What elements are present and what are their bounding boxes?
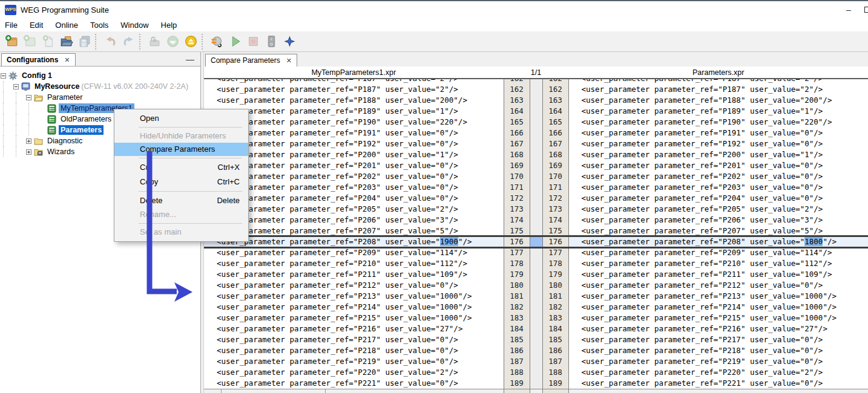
left-code-line[interactable]: <user_parameter parameter_ref="P208" use… [204,236,504,247]
close-icon[interactable]: ✕ [64,56,70,64]
left-code-line[interactable]: <user_parameter parameter_ref="P215" use… [204,313,504,323]
right-code-line[interactable]: <user_parameter parameter_ref="P202" use… [569,171,868,182]
code-row[interactable]: <user_parameter parameter_ref="P201" use… [204,160,868,171]
right-code-line[interactable]: <user_parameter parameter_ref="P211" use… [569,269,868,280]
left-code-line[interactable]: <user_parameter parameter_ref="P219" use… [204,356,504,367]
left-code-line[interactable]: <user_parameter parameter_ref="P205" use… [204,204,504,215]
left-code-line[interactable]: <user_parameter parameter_ref="P202" use… [204,171,504,182]
code-row[interactable]: <user_parameter parameter_ref="P203" use… [204,182,868,193]
left-code-line[interactable]: <user_parameter parameter_ref="P210" use… [204,258,504,269]
right-code-line[interactable]: <user_parameter parameter_ref="P210" use… [569,258,868,269]
open-button[interactable] [57,33,75,50]
menu-window[interactable]: Window [114,19,154,31]
code-row[interactable]: <user_parameter parameter_ref="P192" use… [204,138,868,149]
code-row[interactable]: <user_parameter parameter_ref="P205" use… [204,204,868,215]
code-row[interactable]: <user_parameter parameter_ref="P213" use… [204,291,868,302]
right-code-line[interactable]: <user_parameter parameter_ref="P220" use… [569,367,868,378]
right-code-line[interactable]: <user_parameter parameter_ref="P203" use… [569,182,868,193]
menu-item-delete[interactable]: DeleteDelete [114,193,248,208]
new-project-button[interactable] [2,33,21,50]
right-code-line[interactable]: <user_parameter parameter_ref="P189" use… [569,106,868,117]
code-row[interactable]: <user_parameter parameter_ref="P220" use… [204,367,868,378]
left-code-line[interactable]: <user_parameter parameter_ref="P217" use… [204,334,504,345]
menu-help[interactable]: Help [155,19,183,31]
right-code-line[interactable]: <user_parameter parameter_ref="P215" use… [569,313,868,323]
right-code-line[interactable]: <user_parameter parameter_ref="P187" use… [569,84,868,95]
right-code-line[interactable]: <user_parameter parameter_ref="P191" use… [569,128,868,138]
right-code-line[interactable]: <user_parameter parameter_ref="P188" use… [569,95,868,106]
left-code-line[interactable]: <user_parameter parameter_ref="P190" use… [204,117,504,128]
code-row[interactable]: <user_parameter parameter_ref="P214" use… [204,302,868,313]
left-code-line[interactable]: <user_parameter parameter_ref="P221" use… [204,378,504,389]
right-code-line[interactable]: <user_parameter parameter_ref="P213" use… [569,291,868,302]
right-code-line[interactable]: <user_parameter parameter_ref="P205" use… [569,204,868,215]
menu-file[interactable]: File [5,19,24,31]
menu-tools[interactable]: Tools [84,19,114,31]
connect-button[interactable] [208,33,226,50]
expand-toggle-icon[interactable]: + [26,149,31,155]
tree-item-myresource[interactable]: −MyResource (CFW-11 v6.0X 200-240V 2-2A) [0,81,200,92]
left-code-line[interactable]: <user_parameter parameter_ref="P206" use… [204,215,504,226]
left-code-line[interactable]: <user_parameter parameter_ref="P216" use… [204,323,504,334]
right-code-line[interactable]: <user_parameter parameter_ref="P221" use… [569,378,868,389]
right-code-line[interactable]: <user_parameter parameter_ref="P212" use… [569,280,868,291]
diff-row[interactable]: <user_parameter parameter_ref="P208" use… [204,236,868,247]
left-code-line[interactable]: <user_parameter parameter_ref="P209" use… [204,247,504,258]
collapse-panel-icon[interactable]: — [186,54,194,64]
code-row[interactable]: <user_parameter parameter_ref="P210" use… [204,258,868,269]
code-row[interactable]: <user_parameter parameter_ref="P218" use… [204,345,868,356]
right-code-line[interactable]: <user_parameter parameter_ref="P209" use… [569,247,868,258]
code-row[interactable]: <user_parameter parameter_ref="P190" use… [204,117,868,128]
right-code-line[interactable]: <user_parameter parameter_ref="P190" use… [569,117,868,128]
right-code-line[interactable]: <user_parameter parameter_ref="P216" use… [569,323,868,334]
right-code-line[interactable]: <user_parameter parameter_ref="P219" use… [569,356,868,367]
menu-edit[interactable]: Edit [24,19,49,31]
code-row[interactable]: <user_parameter parameter_ref="P211" use… [204,269,868,280]
menu-item-compare-parameters[interactable]: Compare Parameters [114,143,248,156]
collapse-toggle-icon[interactable]: − [26,95,31,100]
left-code-line[interactable]: <user_parameter parameter_ref="P204" use… [204,193,504,204]
code-row[interactable]: <user_parameter parameter_ref="P191" use… [204,128,868,138]
left-code-line[interactable]: <user_parameter parameter_ref="P188" use… [204,95,504,106]
left-code-line[interactable]: <user_parameter parameter_ref="P213" use… [204,291,504,302]
left-code-line[interactable]: <user_parameter parameter_ref="P200" use… [204,149,504,160]
tree-item-config-1[interactable]: −Config 1 [0,70,200,81]
left-code-line[interactable]: <user_parameter parameter_ref="P187" use… [204,84,504,95]
code-row[interactable]: <user_parameter parameter_ref="P187" use… [204,79,868,84]
network-button[interactable] [280,33,298,50]
code-row[interactable]: <user_parameter parameter_ref="P219" use… [204,356,868,367]
menu-item-copy[interactable]: CopyCtrl+C [114,175,248,189]
menu-item-cut[interactable]: CutCtrl+X [114,160,248,175]
right-code-line[interactable]: <user_parameter parameter_ref="P217" use… [569,334,868,345]
left-code-line[interactable]: <user_parameter parameter_ref="P214" use… [204,302,504,313]
code-row[interactable]: <user_parameter parameter_ref="P206" use… [204,215,868,226]
left-code-line[interactable]: <user_parameter parameter_ref="P189" use… [204,106,504,117]
left-code-line[interactable]: <user_parameter parameter_ref="P218" use… [204,345,504,356]
right-code-line[interactable]: <user_parameter parameter_ref="P218" use… [569,345,868,356]
code-row[interactable]: <user_parameter parameter_ref="P212" use… [204,280,868,291]
right-code-line[interactable]: <user_parameter parameter_ref="P200" use… [569,149,868,160]
close-icon[interactable]: ✕ [286,57,292,65]
upload-button[interactable] [182,33,200,50]
expand-toggle-icon[interactable]: + [26,138,31,144]
code-row[interactable]: <user_parameter parameter_ref="P189" use… [204,106,868,117]
left-code-line[interactable]: <user_parameter parameter_ref="P191" use… [204,128,504,138]
collapse-toggle-icon[interactable]: − [1,73,6,79]
right-code-line[interactable]: <user_parameter parameter_ref="P192" use… [569,138,868,149]
code-row[interactable]: <user_parameter parameter_ref="P202" use… [204,171,868,182]
menu-online[interactable]: Online [49,19,84,31]
left-code-line[interactable]: <user_parameter parameter_ref="P201" use… [204,160,504,171]
right-code-line[interactable]: <user_parameter parameter_ref="P208" use… [569,236,868,247]
left-code-line[interactable]: <user_parameter parameter_ref="P212" use… [204,280,504,291]
code-row[interactable]: <user_parameter parameter_ref="P204" use… [204,193,868,204]
run-button[interactable] [226,33,244,50]
left-code-line[interactable]: <user_parameter parameter_ref="P203" use… [204,182,504,193]
code-row[interactable]: <user_parameter parameter_ref="P216" use… [204,323,868,334]
right-code-line[interactable]: <user_parameter parameter_ref="P187" use… [569,79,868,84]
right-code-line[interactable]: <user_parameter parameter_ref="P214" use… [569,302,868,313]
menu-item-open[interactable]: Open [114,112,248,125]
tree-item-parameter[interactable]: −Parameter [0,92,200,103]
tab-configurations[interactable]: Configurations ✕ [1,53,76,66]
left-code-line[interactable]: <user_parameter parameter_ref="P220" use… [204,367,504,378]
code-row[interactable]: <user_parameter parameter_ref="P217" use… [204,334,868,345]
